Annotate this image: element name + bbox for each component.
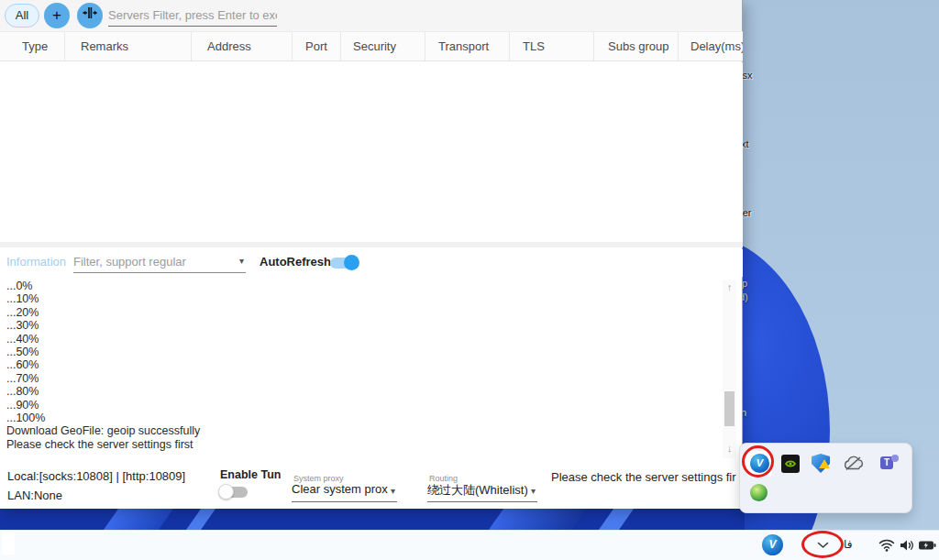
v2rayn-window: All + Type Remarks Address Port Security… xyxy=(0,0,743,509)
toggle-knob xyxy=(344,255,359,270)
routing-value: 绕过大陆(Whitelist) xyxy=(427,483,528,497)
scroll-down-icon[interactable]: ↓ xyxy=(723,443,736,454)
chevron-down-icon: ▾ xyxy=(391,486,395,496)
log-line: ...50% xyxy=(0,346,723,358)
toggle-knob xyxy=(218,484,234,500)
teams-avatar-dot xyxy=(891,455,899,462)
log-scrollbar[interactable]: ↑ ↓ xyxy=(723,280,736,458)
log-line: ...10% xyxy=(0,292,723,305)
system-proxy-dropdown[interactable]: Clear system prox ▾ xyxy=(292,482,397,502)
subscription-group-all-button[interactable]: All xyxy=(5,4,39,27)
column-header-tls[interactable]: TLS xyxy=(510,32,594,60)
log-output: ...0% ...10% ...20% ...30% ...40% ...50%… xyxy=(0,280,723,458)
autorefresh-toggle[interactable] xyxy=(330,258,358,269)
v2rayn-taskbar-icon[interactable]: V xyxy=(762,534,783,555)
log-line: ...80% xyxy=(0,385,723,398)
column-header-remarks[interactable]: Remarks xyxy=(65,32,192,60)
scroll-up-icon[interactable]: ↑ xyxy=(723,281,736,292)
server-table-body-empty xyxy=(0,62,743,242)
language-indicator[interactable]: فا xyxy=(844,538,852,551)
panel-splitter[interactable] xyxy=(0,242,743,247)
column-header-delay[interactable]: Delay(ms) xyxy=(679,32,743,60)
log-line: ...0% xyxy=(0,280,723,292)
security-warning-badge xyxy=(819,459,830,468)
volume-icon[interactable] xyxy=(896,533,918,557)
idm-icon[interactable] xyxy=(750,484,768,501)
log-line: ...40% xyxy=(0,333,723,346)
server-table-header: Type Remarks Address Port Security Trans… xyxy=(0,31,743,61)
local-ports-text: Local:[socks:10808] | [http:10809] xyxy=(7,469,185,483)
log-filter-dropdown[interactable]: ▾ xyxy=(73,251,246,273)
routing-dropdown[interactable]: 绕过大陆(Whitelist) ▾ xyxy=(427,482,537,502)
adjust-columns-button[interactable] xyxy=(77,3,103,28)
lan-ports-text: LAN:None xyxy=(7,489,62,502)
log-line: Please check the server settings first xyxy=(0,438,723,451)
column-header-address[interactable]: Address xyxy=(192,32,293,60)
screen: lsx xt (er p d) n All + Type Remarks xyxy=(0,0,939,560)
add-server-button[interactable]: + xyxy=(44,3,70,28)
log-line: ...90% xyxy=(0,399,723,412)
scrollbar-thumb[interactable] xyxy=(724,391,735,426)
column-header-security[interactable]: Security xyxy=(341,32,425,60)
tray-overflow-flyout: V T xyxy=(739,443,912,513)
status-message: Please check the server settings fir xyxy=(551,470,736,484)
wifi-icon[interactable] xyxy=(876,533,898,557)
log-panel-header: Information ▾ AutoRefresh xyxy=(0,249,743,277)
show-hidden-icons-button[interactable] xyxy=(811,533,834,557)
log-line: ...70% xyxy=(0,372,723,385)
log-line: Download GeoFile: geoip successfully xyxy=(0,424,723,437)
chevron-down-icon: ▾ xyxy=(531,486,536,496)
taskbar-app-fragment[interactable] xyxy=(2,533,15,555)
taskbar: V فا xyxy=(0,530,939,560)
onedrive-paused-icon[interactable] xyxy=(843,456,866,475)
toolbar: All + xyxy=(0,0,742,31)
log-line: ...60% xyxy=(0,358,723,371)
log-line: ...30% xyxy=(0,319,723,332)
servers-filter-input[interactable] xyxy=(108,5,277,27)
log-line: ...100% xyxy=(0,412,723,424)
nvidia-eye-icon xyxy=(784,457,797,470)
status-bar: Local:[socks:10808] | [http:10809] LAN:N… xyxy=(0,458,743,509)
enable-tun-label: Enable Tun xyxy=(220,468,281,481)
system-proxy-value: Clear system prox xyxy=(292,482,388,496)
log-line: ...20% xyxy=(0,306,723,319)
nvidia-settings-icon[interactable] xyxy=(781,455,800,473)
battery-charging-icon[interactable] xyxy=(916,533,938,557)
v2rayn-logo: V xyxy=(750,454,769,473)
log-filter-input[interactable] xyxy=(73,251,225,271)
autorefresh-label: AutoRefresh xyxy=(260,255,331,269)
cloud-slash-icon xyxy=(843,456,866,471)
v2rayn-tray-icon[interactable]: V xyxy=(750,454,769,473)
chevron-down-icon: ▾ xyxy=(239,256,244,266)
enable-tun-toggle[interactable] xyxy=(220,487,248,498)
column-header-type[interactable]: Type xyxy=(0,32,65,60)
column-header-subsgroup[interactable]: Subs group xyxy=(594,32,679,60)
column-header-transport[interactable]: Transport xyxy=(425,32,510,60)
column-header-port[interactable]: Port xyxy=(293,32,341,60)
column-width-icon xyxy=(83,5,97,20)
chevron-down-icon xyxy=(817,542,829,549)
tab-information[interactable]: Information xyxy=(6,255,66,269)
